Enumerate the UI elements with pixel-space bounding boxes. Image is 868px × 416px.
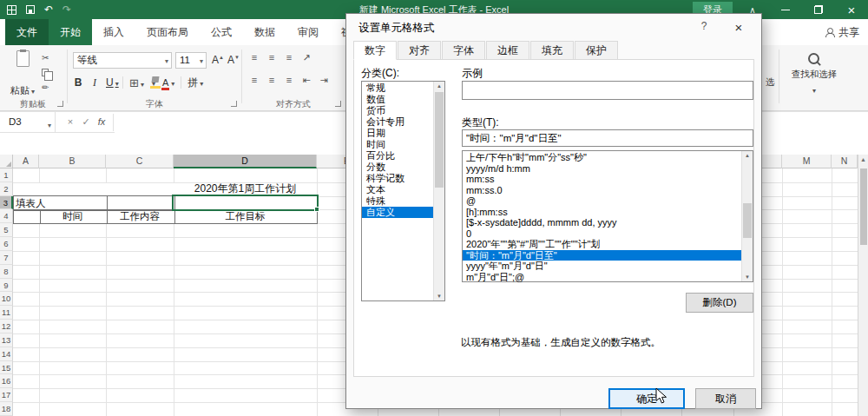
underline-button[interactable]: U xyxy=(106,76,116,89)
ribbon-tab-审阅[interactable]: 审阅 xyxy=(286,19,330,45)
align-middle-icon[interactable] xyxy=(266,52,278,63)
share-button[interactable]: 共享 xyxy=(825,19,859,45)
scrollbar-thumb[interactable] xyxy=(743,203,752,238)
row-header-7[interactable]: 7 xyxy=(0,251,13,265)
bold-button[interactable]: B xyxy=(73,76,83,89)
clipboard-dialog-launcher-icon[interactable] xyxy=(57,101,63,107)
insert-function-icon[interactable] xyxy=(94,112,109,133)
delete-button[interactable]: 删除(D) xyxy=(686,293,753,313)
fill-color-button[interactable] xyxy=(150,76,155,89)
scroll-down-icon[interactable] xyxy=(434,292,444,300)
type-list-item[interactable]: @ xyxy=(463,195,741,207)
category-item-时间[interactable]: 时间 xyxy=(362,139,433,150)
row-header-6[interactable]: 6 xyxy=(0,237,13,251)
column-header-B[interactable]: B xyxy=(39,155,106,168)
row-header-11[interactable]: 11 xyxy=(0,306,13,320)
ok-button[interactable]: 确定 xyxy=(608,388,685,409)
category-item-文本[interactable]: 文本 xyxy=(362,184,433,195)
category-item-百分比[interactable]: 百分比 xyxy=(362,150,433,162)
type-listbox[interactable]: 上午/下午h"时"mm"分"ss"秒"yyyy/m/d h:mmmm:ssmm:… xyxy=(462,150,753,282)
ribbon-tab-公式[interactable]: 公式 xyxy=(200,19,243,45)
scroll-down-icon[interactable] xyxy=(742,273,753,281)
category-item-特殊[interactable]: 特殊 xyxy=(362,195,433,207)
font-color-button[interactable] xyxy=(161,76,174,89)
cancel-button[interactable]: 取消 xyxy=(695,388,756,409)
type-list-item[interactable]: mm:ss xyxy=(463,174,741,185)
scrollbar-thumb[interactable] xyxy=(435,92,444,188)
category-item-日期[interactable]: 日期 xyxy=(362,128,433,139)
select-all-corner[interactable] xyxy=(0,155,13,168)
dialog-tab-字体[interactable]: 字体 xyxy=(442,41,485,60)
ribbon-tab-开始[interactable]: 开始 xyxy=(49,19,92,45)
dialog-tab-边框[interactable]: 边框 xyxy=(486,41,529,60)
row-header-16[interactable]: 16 xyxy=(0,374,13,388)
align-top-icon[interactable] xyxy=(248,52,260,63)
increase-indent-icon[interactable] xyxy=(318,75,330,86)
category-listbox[interactable]: 常规数值货币会计专用日期时间百分比分数科学记数文本特殊自定义 xyxy=(361,81,445,301)
row-header-12[interactable]: 12 xyxy=(0,320,13,333)
dialog-close-icon[interactable] xyxy=(723,17,754,37)
name-box[interactable]: D3 xyxy=(0,112,56,133)
type-list-item[interactable]: 2020"年""第"#"周""工""作""计"划 xyxy=(463,239,741,250)
type-list-item[interactable]: "时间："m"月"d"日至" xyxy=(463,250,741,261)
cell-time-text[interactable]: 时间 xyxy=(39,211,106,222)
cancel-formula-icon[interactable] xyxy=(62,112,78,133)
row-header-4[interactable]: 4 xyxy=(0,209,13,223)
close-button[interactable] xyxy=(835,0,868,19)
dialog-tab-保护[interactable]: 保护 xyxy=(575,41,618,60)
help-icon[interactable] xyxy=(697,20,711,32)
italic-button[interactable]: I xyxy=(89,76,100,89)
phonetic-guide-button[interactable]: 拼 xyxy=(187,76,203,90)
type-scrollbar[interactable] xyxy=(741,151,753,281)
undo-icon[interactable] xyxy=(44,4,53,15)
type-list-item[interactable]: yyyy"年"m"月"d"日" xyxy=(463,261,741,272)
align-right-icon[interactable] xyxy=(283,75,295,86)
category-item-货币[interactable]: 货币 xyxy=(362,105,433,116)
minimize-button[interactable] xyxy=(769,0,802,19)
ribbon-tab-数据[interactable]: 数据 xyxy=(243,19,286,45)
row-header-8[interactable]: 8 xyxy=(0,265,13,279)
save-icon[interactable] xyxy=(26,5,35,14)
align-bottom-icon[interactable] xyxy=(283,52,295,63)
format-painter-icon[interactable] xyxy=(42,82,57,93)
grow-font-button[interactable]: A xyxy=(212,54,224,66)
dialog-tab-对齐[interactable]: 对齐 xyxy=(398,41,441,60)
row-header-1[interactable]: 1 xyxy=(0,168,13,182)
row-header-13[interactable]: 13 xyxy=(0,333,13,347)
category-item-会计专用[interactable]: 会计专用 xyxy=(362,116,433,128)
scroll-up-icon[interactable] xyxy=(742,151,753,160)
category-item-自定义[interactable]: 自定义 xyxy=(362,207,433,218)
category-item-常规[interactable]: 常规 xyxy=(362,83,433,94)
type-list-item[interactable]: yyyy/m/d h:mm xyxy=(463,163,741,175)
row-header-15[interactable]: 15 xyxy=(0,361,13,375)
category-item-分数[interactable]: 分数 xyxy=(362,162,433,173)
dialog-tab-填充[interactable]: 填充 xyxy=(530,41,574,60)
align-center-icon[interactable] xyxy=(266,75,278,86)
row-header-17[interactable]: 17 xyxy=(0,388,13,402)
type-input[interactable]: "时间："m"月"d"日至" xyxy=(462,129,753,147)
column-header-N[interactable]: N xyxy=(832,155,858,168)
orientation-icon[interactable] xyxy=(300,52,312,63)
borders-button[interactable] xyxy=(129,76,144,89)
font-size-combo[interactable]: 11 xyxy=(175,52,207,69)
ribbon-tab-插入[interactable]: 插入 xyxy=(92,19,135,45)
font-name-combo[interactable]: 等线 xyxy=(73,52,172,69)
category-item-数值[interactable]: 数值 xyxy=(362,94,433,105)
column-header-M[interactable]: M xyxy=(782,155,832,168)
category-item-科学记数[interactable]: 科学记数 xyxy=(362,173,433,184)
category-scrollbar[interactable] xyxy=(433,82,444,300)
row-header-9[interactable]: 9 xyxy=(0,279,13,293)
column-header-D[interactable]: D xyxy=(174,155,317,168)
scrollbar-thumb[interactable] xyxy=(860,168,867,245)
scroll-up-icon[interactable] xyxy=(858,155,868,165)
copy-icon[interactable] xyxy=(42,67,57,78)
shrink-font-button[interactable]: A xyxy=(227,54,240,66)
column-header-C[interactable]: C xyxy=(106,155,174,168)
redo-icon[interactable] xyxy=(62,4,71,15)
cell-goal-text[interactable]: 工作目标 xyxy=(174,211,317,222)
ribbon-tab-文件[interactable]: 文件 xyxy=(5,19,49,45)
font-dialog-launcher-icon[interactable] xyxy=(231,101,237,107)
restore-button[interactable] xyxy=(802,0,835,19)
type-list-item[interactable]: 0 xyxy=(463,228,741,240)
scroll-up-icon[interactable] xyxy=(434,82,444,90)
